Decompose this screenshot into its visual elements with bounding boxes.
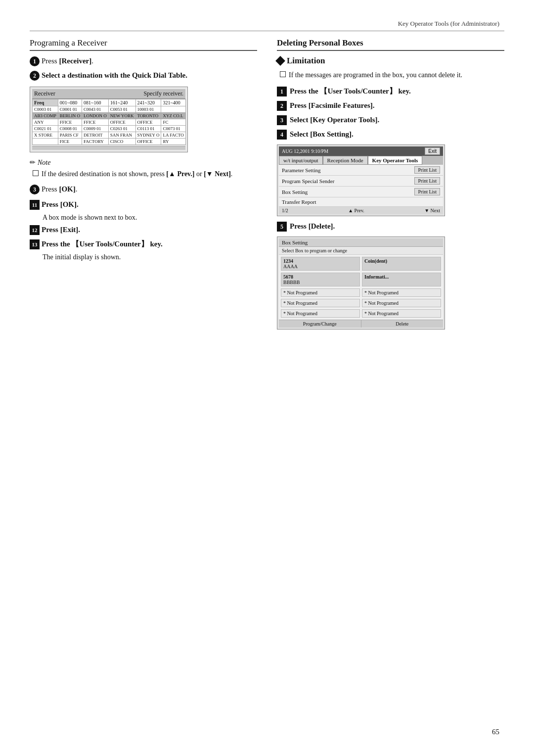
menu-row-special: Program Special Sender Print List (279, 176, 443, 187)
diamond-icon (275, 56, 285, 66)
page-header: Key Operator Tools (for Administrator) (30, 20, 504, 28)
step-13-sub: The initial display is shown. (43, 253, 257, 261)
step-11-num: 11 (30, 200, 40, 210)
menu-parameter-btn[interactable]: Print List (414, 166, 440, 174)
screen-row-1c: ANY FFICE FFICE OFFICE OFFICE FC (33, 119, 186, 126)
left-column: Programing a Receiver 1 Press [Receiver]… (30, 31, 257, 334)
note-title: ✏ Note (30, 158, 257, 167)
box-setting-screen: Box Setting Select Box to program or cha… (277, 236, 445, 330)
screen-tabs: w/t input/output Reception Mode Key Oper… (279, 156, 443, 165)
box-footer: Program/Change Delete (279, 320, 443, 328)
menu-special-btn[interactable]: Print List (414, 177, 440, 185)
page-indicator: 1/2 (282, 208, 288, 213)
step-13-num: 13 (30, 239, 40, 249)
screen-row-2a: C0021 01 C0008 01 C0009 01 C0263 01 C011… (33, 126, 186, 132)
screen-table: Freq 001~080 081~160 161~240 241~320 321… (32, 99, 186, 145)
delete-btn[interactable]: Delete (361, 320, 444, 328)
step-2-text: Select a destination with the Quick Dial… (42, 70, 187, 81)
box-cell-header-coin: Coin(dent) (362, 257, 441, 271)
step-11: 11 Press [OK]. (30, 199, 257, 210)
box-cell-np-3: * Not Programed (281, 299, 360, 307)
step-12-num: 12 (30, 225, 40, 235)
step-13-text: Press the 【User Tools/Counter】 key. (42, 239, 163, 249)
box-cell-np-4: * Not Programed (362, 299, 441, 307)
exit-button[interactable]: Exit (425, 147, 440, 155)
box-cell-np-6: * Not Programed (362, 309, 441, 318)
screen-footer: 1/2 ▲ Prev. ▼ Next (279, 207, 443, 214)
box-cell-np-5: * Not Programed (281, 309, 360, 318)
right-step-3-num: 3 (277, 115, 287, 125)
step-3-text: Press [OK]. (42, 184, 78, 194)
pencil-icon: ✏ (30, 158, 36, 167)
right-step-5-text: Press [Delete]. (290, 221, 335, 232)
menu-row-box: Box Setting Print List (279, 187, 443, 197)
screen-date: AUG 12,2001 9:10/PM (282, 148, 328, 154)
box-cell-np-1: * Not Programed (281, 288, 360, 297)
page-number: 65 (492, 728, 499, 736)
menu-transfer-btn (434, 201, 440, 202)
menu-row-transfer: Transfer Report (279, 197, 443, 207)
step-2-num: 2 (30, 71, 40, 81)
menu-box-label: Box Setting (282, 189, 414, 195)
box-cell-header-info: Informati... (362, 273, 441, 286)
two-column-layout: Programing a Receiver 1 Press [Receiver]… (30, 31, 504, 334)
step-1: 1 Press [Receiver]. (30, 56, 257, 66)
right-step-3-text: Select [Key Operator Tools]. (290, 115, 379, 125)
right-step-2-text: Press [Facsimile Features]. (290, 100, 374, 111)
key-operator-screen: AUG 12,2001 9:10/PM Exit w/t input/outpu… (277, 144, 445, 216)
step-11-text: Press [OK]. (42, 199, 79, 210)
right-section-title: Deleting Personal Boxes (277, 38, 504, 51)
step-12-text: Press [Exit]. (42, 225, 80, 235)
box-cell-header-1234: 1234AAAA (281, 257, 360, 271)
right-step-2: 2 Press [Facsimile Features]. (277, 100, 504, 111)
step-11-sub: A box mode is shown next to box. (43, 214, 257, 222)
prev-btn[interactable]: ▲ Prev. (348, 208, 364, 213)
limitation-text: If the messages are programed in the box… (277, 70, 504, 80)
menu-parameter-label: Parameter Setting (282, 167, 414, 173)
screen-row-2c: FICE FACTORY CISCO OFFICE RY (33, 139, 186, 145)
menu-row-parameter: Parameter Setting Print List (279, 165, 443, 176)
right-column: Deleting Personal Boxes Limitation If th… (277, 31, 504, 334)
step-2: 2 Select a destination with the Quick Di… (30, 70, 257, 81)
right-step-5: 5 Press [Delete]. (277, 221, 504, 232)
step-3: 3 Press [OK]. (30, 184, 257, 194)
right-step-2-num: 2 (277, 101, 287, 111)
page-wrapper: Key Operator Tools (for Administrator) P… (0, 0, 534, 756)
step-1-num: 1 (30, 56, 40, 66)
right-step-5-num: 5 (277, 222, 287, 232)
screen-header-left: Receiver (34, 90, 55, 97)
screen-row-2b: X STORE PARIS CF DETROIT SAN FRAN SYDNEY… (33, 132, 186, 139)
left-section-title: Programing a Receiver (30, 38, 257, 51)
tab-key-operator[interactable]: Key Operator Tools (368, 156, 423, 165)
step-3-num: 3 (30, 185, 40, 194)
step-12: 12 Press [Exit]. (30, 225, 257, 235)
menu-special-label: Program Special Sender (282, 178, 414, 184)
right-step-1: 1 Press the 【User Tools/Counter】 key. (277, 86, 504, 96)
step-1-text: Press [Receiver]. (42, 56, 93, 66)
box-grid: 1234AAAA Coin(dent) 5678BBBBB Informati.… (279, 255, 443, 320)
right-step-1-text: Press the 【User Tools/Counter】 key. (290, 86, 411, 96)
box-setting-subheader: Select Box to program or change (279, 247, 443, 255)
screen-freq-row: Freq 001~080 081~160 161~240 241~320 321… (33, 99, 186, 106)
limitation-checkbox (280, 71, 286, 77)
box-setting-header: Box Setting (279, 238, 443, 247)
menu-box-btn[interactable]: Print List (414, 188, 440, 195)
screen-header: Receiver Specify receiver. (32, 89, 185, 99)
tab-reception-mode[interactable]: Reception Mode (323, 156, 368, 165)
screen-header-right: Specify receiver. (143, 90, 183, 97)
screen-row-1b: AB3 COMP BERLIN O LONDON O NEW YORK TORO… (33, 113, 186, 119)
note-section: ✏ Note If the desired destination is not… (30, 158, 257, 179)
receiver-screen: Receiver Specify receiver. Freq 001~080 … (30, 87, 188, 152)
program-change-btn[interactable]: Program/Change (279, 320, 361, 328)
note-checkbox (33, 170, 39, 176)
screen-row-1a: C0003 01 C0001 01 C0043 01 C0053 01 1000… (33, 106, 186, 113)
menu-transfer-label: Transfer Report (282, 199, 434, 205)
box-cell-np-2: * Not Programed (362, 288, 441, 297)
note-text: If the desired destination is not shown,… (30, 169, 257, 179)
screen-bar: AUG 12,2001 9:10/PM Exit (279, 146, 443, 156)
tab-input-output[interactable]: w/t input/output (279, 156, 323, 165)
right-step-4-text: Select [Box Setting]. (290, 129, 354, 140)
right-step-4: 4 Select [Box Setting]. (277, 129, 504, 140)
next-btn[interactable]: ▼ Next (424, 208, 440, 213)
right-step-1-num: 1 (277, 87, 287, 96)
